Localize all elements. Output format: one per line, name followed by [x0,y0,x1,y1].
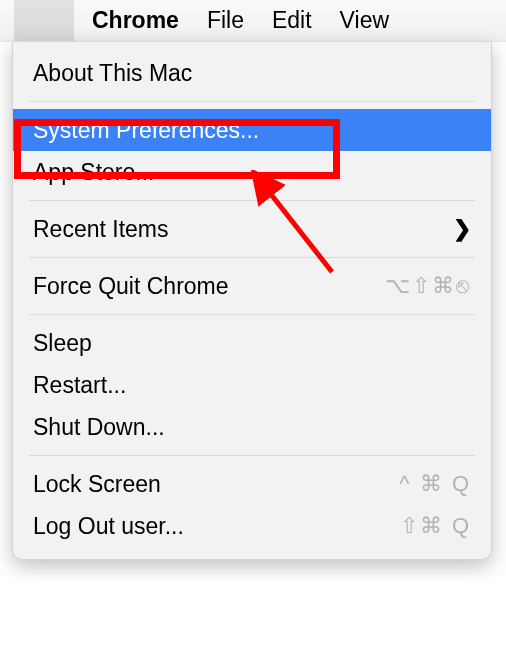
apple-menu-button[interactable] [14,0,74,41]
menu-item-lock-screen[interactable]: Lock Screen ^ ⌘ Q [13,463,491,505]
menu-item-shutdown[interactable]: Shut Down... [13,406,491,448]
chevron-right-icon: ❯ [453,216,471,242]
menu-label: App Store... [33,159,154,186]
menu-divider [29,314,475,315]
menu-label: About This Mac [33,60,192,87]
menu-label: Shut Down... [33,414,165,441]
menu-divider [29,101,475,102]
menu-label: Recent Items [33,216,169,243]
menu-label: Log Out user... [33,513,184,540]
menu-divider [29,455,475,456]
menu-item-sleep[interactable]: Sleep [13,322,491,364]
menu-item-restart[interactable]: Restart... [13,364,491,406]
shortcut-label: ⇧⌘ Q [400,513,471,539]
menu-label: Force Quit Chrome [33,273,229,300]
menu-label: Lock Screen [33,471,161,498]
app-menu-chrome[interactable]: Chrome [92,7,179,34]
menu-divider [29,200,475,201]
apple-dropdown: About This Mac System Preferences... App… [12,42,492,560]
menu-label: System Preferences... [33,117,259,144]
menu-item-about-mac[interactable]: About This Mac [13,52,491,94]
menu-item-app-store[interactable]: App Store... [13,151,491,193]
menu-edit[interactable]: Edit [272,7,312,34]
menu-divider [29,257,475,258]
menu-item-system-preferences[interactable]: System Preferences... [13,109,491,151]
menu-item-log-out[interactable]: Log Out user... ⇧⌘ Q [13,505,491,547]
menu-label: Sleep [33,330,92,357]
menu-label: Restart... [33,372,126,399]
shortcut-label: ⌥⇧⌘⎋ [385,273,471,299]
menu-item-recent-items[interactable]: Recent Items ❯ [13,208,491,250]
shortcut-label: ^ ⌘ Q [399,471,471,497]
menubar: Chrome File Edit View [0,0,506,42]
menu-item-force-quit[interactable]: Force Quit Chrome ⌥⇧⌘⎋ [13,265,491,307]
menu-file[interactable]: File [207,7,244,34]
menu-view[interactable]: View [340,7,389,34]
